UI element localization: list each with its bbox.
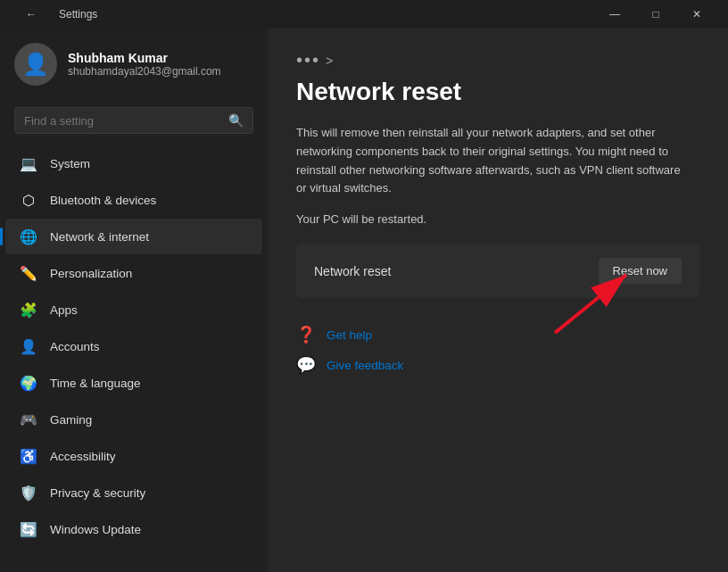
sidebar-item-label-accessibility: Accessibility <box>50 450 116 463</box>
maximize-button[interactable]: □ <box>635 0 676 29</box>
search-container: 🔍 <box>0 100 268 145</box>
sidebar-item-bluetooth[interactable]: ⬡ Bluetooth & devices <box>5 182 262 218</box>
reset-now-button[interactable]: Reset now <box>599 258 682 284</box>
sidebar-item-label-update: Windows Update <box>50 523 141 536</box>
help-links: ❓ Get help 💬 Give feedback <box>296 325 699 375</box>
personalization-icon: ✏️ <box>20 264 37 282</box>
titlebar: ← Settings — □ ✕ <box>0 0 728 29</box>
help-link-icon: 💬 <box>296 355 316 375</box>
reset-card: Network reset Reset now <box>296 244 699 298</box>
main-content: ••• > Network reset This will remove the… <box>268 29 728 572</box>
sidebar-item-update[interactable]: 🔄 Windows Update <box>5 511 262 547</box>
page-title: Network reset <box>296 78 699 106</box>
back-button[interactable]: ← <box>11 0 52 29</box>
breadcrumb-sep: > <box>326 54 333 68</box>
bluetooth-icon: ⬡ <box>20 191 37 209</box>
sidebar-item-label-time: Time & language <box>50 377 141 390</box>
network-icon: 🌐 <box>20 228 37 245</box>
sidebar-item-label-bluetooth: Bluetooth & devices <box>50 194 156 207</box>
user-email: shubhamdayal2043@gmail.com <box>68 65 221 78</box>
breadcrumb: ••• > <box>296 50 699 70</box>
update-icon: 🔄 <box>20 520 37 538</box>
help-link-label: Get help <box>327 328 372 342</box>
system-icon: 💻 <box>20 154 37 172</box>
help-link-label: Give feedback <box>327 359 403 372</box>
app-container: 👤 Shubham Kumar shubhamdayal2043@gmail.c… <box>0 29 728 572</box>
avatar: 👤 <box>14 43 57 86</box>
apps-icon: 🧩 <box>20 301 37 319</box>
reset-card-label: Network reset <box>314 264 391 278</box>
titlebar-title: Settings <box>59 8 97 21</box>
help-link-give-feedback[interactable]: 💬 Give feedback <box>296 355 699 375</box>
sidebar-item-label-network: Network & internet <box>50 230 149 244</box>
user-name: Shubham Kumar <box>68 51 221 65</box>
privacy-icon: 🛡️ <box>20 484 37 502</box>
sidebar-item-system[interactable]: 💻 System <box>5 145 262 181</box>
titlebar-left: ← Settings <box>11 0 97 29</box>
sidebar-item-time[interactable]: 🌍 Time & language <box>5 365 262 401</box>
sidebar: 👤 Shubham Kumar shubhamdayal2043@gmail.c… <box>0 29 268 572</box>
sidebar-item-label-apps: Apps <box>50 303 78 317</box>
sidebar-item-gaming[interactable]: 🎮 Gaming <box>5 402 262 437</box>
nav-list: 💻 System ⬡ Bluetooth & devices 🌐 Network… <box>0 145 268 548</box>
help-link-icon: ❓ <box>296 325 316 344</box>
gaming-icon: 🎮 <box>20 410 37 428</box>
search-box[interactable]: 🔍 <box>14 107 253 134</box>
user-profile[interactable]: 👤 Shubham Kumar shubhamdayal2043@gmail.c… <box>0 29 268 100</box>
sidebar-item-label-system: System <box>50 157 90 170</box>
user-info: Shubham Kumar shubhamdayal2043@gmail.com <box>68 51 221 78</box>
sidebar-item-personalization[interactable]: ✏️ Personalization <box>5 255 262 291</box>
accounts-icon: 👤 <box>20 337 37 355</box>
titlebar-controls: — □ ✕ <box>594 0 717 29</box>
description-text: This will remove then reinstall all your… <box>296 124 689 198</box>
sidebar-item-network[interactable]: 🌐 Network & internet <box>5 219 262 254</box>
sidebar-item-label-personalization: Personalization <box>50 267 132 280</box>
search-icon: 🔍 <box>228 113 244 128</box>
sidebar-item-label-privacy: Privacy & security <box>50 486 145 500</box>
sidebar-item-label-accounts: Accounts <box>50 340 100 353</box>
sidebar-item-accessibility[interactable]: ♿ Accessibility <box>5 438 262 474</box>
sidebar-item-label-gaming: Gaming <box>50 413 92 427</box>
close-button[interactable]: ✕ <box>676 0 717 29</box>
time-icon: 🌍 <box>20 374 37 392</box>
sidebar-item-accounts[interactable]: 👤 Accounts <box>5 328 262 364</box>
breadcrumb-dots[interactable]: ••• <box>296 50 320 70</box>
sidebar-item-apps[interactable]: 🧩 Apps <box>5 292 262 327</box>
search-input[interactable] <box>24 114 221 128</box>
sidebar-item-privacy[interactable]: 🛡️ Privacy & security <box>5 475 262 510</box>
restart-notice: Your PC will be restarted. <box>296 212 699 226</box>
minimize-button[interactable]: — <box>594 0 635 29</box>
accessibility-icon: ♿ <box>20 447 37 465</box>
help-link-get-help[interactable]: ❓ Get help <box>296 325 699 344</box>
